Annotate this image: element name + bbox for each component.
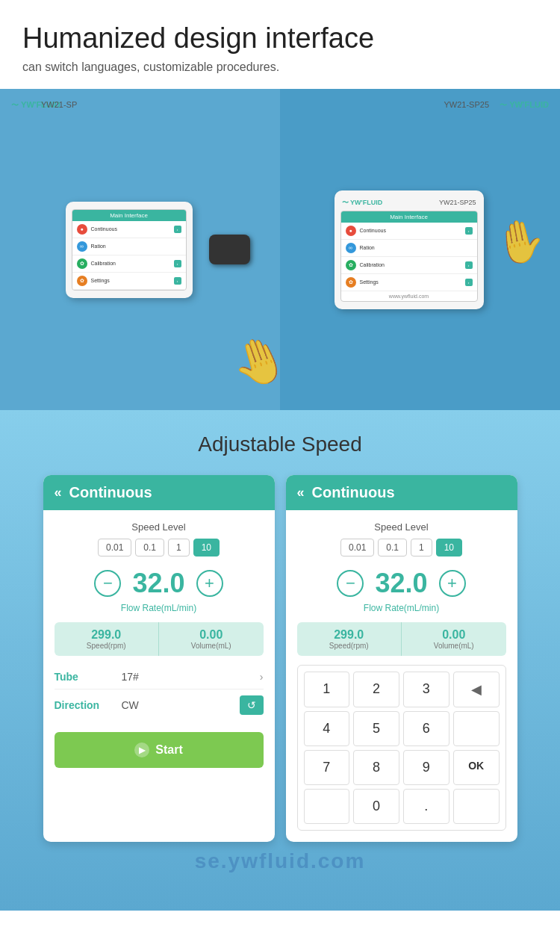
tube-arrow-left[interactable]: › (260, 671, 264, 683)
cont-icon-right: ● (346, 226, 356, 236)
back-arrow-left[interactable]: « (55, 485, 62, 500)
settings-icon: ✿ (77, 276, 87, 286)
continuous-icon: ● (77, 224, 87, 235)
calibration-btn[interactable]: › (174, 260, 181, 267)
right-device-panel: 〜 YW'FLUID YW21-SP25 〜 YW'FLUID YW21-SP2… (280, 89, 560, 410)
direction-btn-left[interactable]: ↺ (240, 695, 264, 715)
plus-btn-left[interactable]: + (196, 570, 223, 597)
screen-header-right: Main Interface (341, 211, 477, 223)
screen-item-calibration: ✿ Calibration › (72, 255, 186, 273)
num-key-8[interactable]: 8 (353, 750, 399, 785)
backspace-key[interactable]: ◀ (453, 672, 500, 707)
volume-label-right: Volume(mL) (409, 642, 499, 650)
direction-label-left: Direction (55, 699, 122, 711)
speed-buttons-right: 0.01 0.1 1 10 (297, 539, 506, 557)
volume-stat-left: 0.00 Volume(mL) (158, 622, 264, 656)
start-button-left[interactable]: ▶ Start (55, 732, 264, 768)
device-screen-right: Main Interface ● Continuous › ∞ Ration ✿… (340, 211, 478, 302)
continuous-btn[interactable]: › (174, 226, 181, 233)
volume-stat-right: 0.00 Volume(mL) (401, 622, 506, 656)
panel-header-right: « Continuous (286, 475, 517, 510)
num-key-0[interactable]: 0 (353, 789, 399, 824)
flow-rate-label-right: Flow Rate(mL/min) (297, 603, 506, 613)
speed-btn-1-left[interactable]: 1 (168, 539, 190, 557)
num-key-1[interactable]: 1 (304, 672, 350, 707)
right-brand: 〜 YW'FLUID (342, 198, 383, 208)
flow-value-right: 32.0 (375, 568, 427, 599)
website-label: www.ywfluid.com (341, 291, 477, 301)
speed-buttons-left: 0.01 0.1 1 10 (55, 539, 264, 557)
settings-btn[interactable]: › (174, 277, 181, 285)
speed-btn-10-right[interactable]: 10 (436, 539, 462, 557)
volume-value-left: 0.00 (167, 628, 256, 642)
speed-level-label-right: Speed Level (297, 521, 506, 533)
panel-header-left: « Continuous (43, 475, 275, 510)
section-title: Adjustable Speed (15, 433, 545, 456)
num-key-7[interactable]: 7 (304, 750, 350, 785)
speed-value-left: 299.0 (62, 628, 152, 642)
set-icon-right: ✿ (346, 277, 356, 288)
ok-key[interactable]: OK (453, 750, 500, 785)
device-box-right: 〜 YW'FLUID YW21-SP25 Main Interface ● Co… (335, 190, 484, 309)
start-label-left: Start (155, 743, 182, 757)
panel-title-right: Continuous (312, 484, 395, 501)
control-panel-left: « Continuous Speed Level 0.01 0.1 1 10 −… (43, 475, 275, 842)
speed-btn-01-right[interactable]: 0.1 (378, 539, 407, 557)
calibration-label: Calibration (91, 261, 170, 266)
speed-btn-10-left[interactable]: 10 (193, 539, 220, 557)
ration-icon-right: ∞ (346, 243, 356, 253)
device-screen-left: Main Interface ● Continuous › ∞ Ration ✿… (72, 209, 187, 291)
speed-btn-01-left[interactable]: 0.1 (135, 539, 164, 557)
speed-btn-1-right[interactable]: 1 (411, 539, 432, 557)
panel-body-left: Speed Level 0.01 0.1 1 10 − 32.0 + Flow … (43, 510, 275, 779)
cont-label-right: Continuous (360, 228, 461, 233)
direction-row-left: Direction CW ↺ (55, 689, 264, 721)
speed-btn-001-left[interactable]: 0.01 (98, 539, 131, 557)
hand-right: 🤚 (490, 214, 549, 270)
watermark: se.ywfluid.com (15, 849, 545, 873)
flow-rate-row-right: − 32.0 + (297, 568, 506, 599)
ration-icon: ∞ (77, 241, 87, 252)
num-key-3[interactable]: 3 (403, 672, 449, 707)
control-panel-right: « Continuous Speed Level 0.01 0.1 1 10 −… (286, 475, 517, 842)
calibration-icon: ✿ (77, 258, 87, 269)
flow-rate-label-left: Flow Rate(mL/min) (55, 603, 264, 613)
numpad-area: 1 2 3 ◀ 4 5 6 7 8 9 OK 0 . (297, 665, 506, 831)
stats-row-left: 299.0 Speed(rpm) 0.00 Volume(mL) (55, 622, 264, 656)
calib-label-right: Calibration (360, 262, 461, 267)
speed-stat-right: 299.0 Speed(rpm) (297, 622, 402, 656)
num-key-empty (453, 711, 500, 746)
device-box-left: Main Interface ● Continuous › ∞ Ration ✿… (66, 202, 193, 298)
screen-item-set-right: ✿ Settings › (341, 274, 477, 291)
screen-item-cont-right: ● Continuous › (341, 223, 477, 240)
speed-value-right: 299.0 (305, 628, 394, 642)
minus-btn-right[interactable]: − (337, 570, 364, 597)
num-key-2[interactable]: 2 (353, 672, 399, 707)
plus-btn-right[interactable]: + (439, 570, 466, 597)
cont-btn-right[interactable]: › (465, 227, 473, 235)
calib-icon-right: ✿ (346, 260, 356, 270)
tube-label-left: Tube (55, 671, 122, 683)
calib-btn-right[interactable]: › (465, 261, 473, 269)
speed-btn-001-right[interactable]: 0.01 (340, 539, 374, 557)
device-image-area: 〜 YW'FLUID YW21-SP Main Interface ● Cont… (0, 89, 560, 410)
num-key-6[interactable]: 6 (403, 711, 449, 746)
speed-label-left: Speed(rpm) (62, 642, 152, 650)
num-key-dot[interactable]: . (403, 789, 449, 824)
num-key-9[interactable]: 9 (403, 750, 449, 785)
num-key-4[interactable]: 4 (304, 711, 350, 746)
top-section: Humanized design interface can switch la… (0, 0, 560, 89)
flow-value-left: 32.0 (132, 568, 184, 599)
settings-label: Settings (91, 278, 170, 283)
screen-item-settings: ✿ Settings › (72, 273, 186, 290)
speed-stat-left: 299.0 Speed(rpm) (55, 622, 159, 656)
numpad-grid: 1 2 3 ◀ 4 5 6 7 8 9 OK 0 . (304, 672, 500, 824)
set-btn-right[interactable]: › (465, 279, 473, 286)
back-arrow-right[interactable]: « (297, 485, 305, 500)
minus-btn-left[interactable]: − (94, 570, 121, 597)
subtitle: can switch languages, customizable proce… (22, 61, 538, 74)
num-key-5[interactable]: 5 (353, 711, 399, 746)
volume-value-right: 0.00 (409, 628, 499, 642)
ration-label-right: Ration (360, 245, 473, 250)
speed-level-label-left: Speed Level (55, 521, 264, 533)
